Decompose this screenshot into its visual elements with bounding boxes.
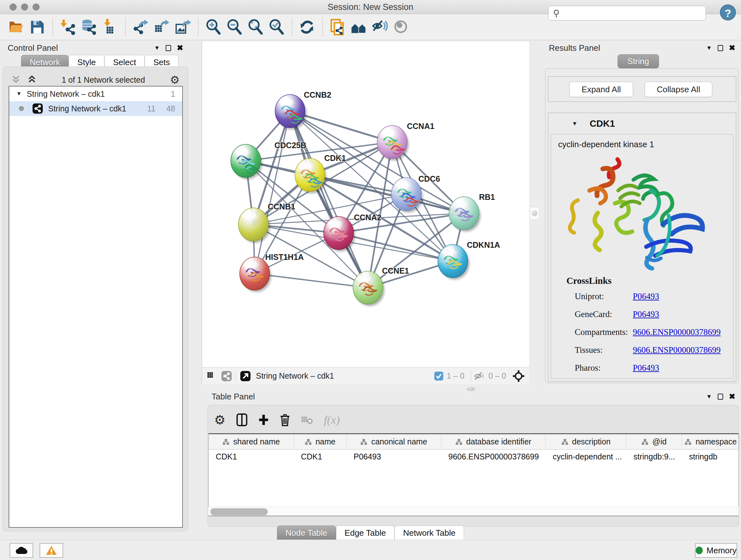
export-table-icon xyxy=(153,19,170,36)
crosslink-label: Compartments: xyxy=(575,327,633,337)
clone-network-button[interactable] xyxy=(327,17,348,38)
table-row[interactable]: CDK1CDK1P064939606.ENSP00000378699cyclin… xyxy=(209,449,738,464)
zoom-out-button[interactable] xyxy=(224,17,245,38)
open-file-button[interactable] xyxy=(6,17,27,38)
network-edge-count: 48 xyxy=(166,104,175,113)
grid-view-icon[interactable] xyxy=(206,371,217,381)
network-canvas[interactable]: CCNB2CCNA1CDC25BCDK1CDC6RB1CCNB1CCNA2CDK… xyxy=(202,42,529,367)
crosslink-value-link[interactable]: P06493 xyxy=(633,363,659,373)
network-collection-row[interactable]: ▼ String Network – cdk1 1 xyxy=(9,86,182,101)
results-panel-float-icon[interactable] xyxy=(718,45,723,51)
delete-column-icon[interactable] xyxy=(280,414,290,426)
network-node-cdkn1a[interactable] xyxy=(438,245,468,278)
network-options-gear-icon[interactable]: ⚙ xyxy=(170,73,180,86)
crosslink-value-link[interactable]: P06493 xyxy=(633,292,659,301)
cdk1-entry-header[interactable]: ▼ CDK1 xyxy=(548,113,736,134)
save-session-button[interactable] xyxy=(27,17,48,38)
column-header-id[interactable]: @id xyxy=(626,434,682,449)
vertical-splitter[interactable] xyxy=(529,42,543,384)
tab-edge-table[interactable]: Edge Table xyxy=(336,525,395,540)
scrollbar-thumb[interactable] xyxy=(210,508,268,515)
show-all-button[interactable] xyxy=(391,17,412,38)
table-horizontal-scrollbar[interactable] xyxy=(208,507,739,516)
column-header-namespace[interactable]: namespace xyxy=(682,434,740,449)
export-image-button[interactable] xyxy=(172,17,193,38)
memory-button[interactable]: Memory xyxy=(695,543,737,558)
table-panel-header: Table Panel ▼ ✖ xyxy=(206,390,741,403)
control-panel-close-icon[interactable]: ✖ xyxy=(177,44,183,52)
column-header-name[interactable]: name xyxy=(294,434,347,449)
add-column-icon[interactable] xyxy=(258,414,269,426)
zoom-fit-icon xyxy=(247,19,264,36)
crosslink-value-link[interactable]: 9606.ENSP00000378699 xyxy=(633,327,721,337)
tab-node-table[interactable]: Node Table xyxy=(277,525,336,540)
network-node-ccna2[interactable] xyxy=(324,216,354,250)
results-panel-string-tab[interactable]: String xyxy=(617,54,659,68)
tab-network-table[interactable]: Network Table xyxy=(394,525,464,540)
network-collection-count: 1 xyxy=(171,89,175,99)
crosslink-value-link[interactable]: 9606.ENSP00000378699 xyxy=(633,345,721,355)
network-share-icon[interactable] xyxy=(221,371,232,381)
collapse-all-networks-icon[interactable] xyxy=(11,74,21,85)
fit-selected-crosshair-icon[interactable] xyxy=(513,370,525,382)
import-table-button[interactable] xyxy=(99,17,121,38)
network-node-ccna1[interactable] xyxy=(377,125,407,159)
import-network-button[interactable] xyxy=(57,17,78,38)
zoom-out-icon xyxy=(226,19,243,36)
export-network-button[interactable] xyxy=(130,17,151,38)
hide-selected-button[interactable] xyxy=(369,17,391,38)
network-node-cdk1[interactable] xyxy=(295,159,325,192)
zoom-in-button[interactable] xyxy=(203,17,224,38)
group-nodes-button[interactable] xyxy=(348,17,369,38)
tree-expand-icon[interactable]: ▼ xyxy=(16,91,22,97)
crosslink-value-link[interactable]: P06493 xyxy=(633,309,659,319)
table-panel-collapse-icon[interactable]: ▼ xyxy=(706,393,712,400)
column-header-description[interactable]: description xyxy=(546,434,626,449)
column-header-databaseidentifier[interactable]: database identifier xyxy=(441,434,546,449)
network-node-hist1h1a[interactable] xyxy=(240,257,270,290)
network-node-ccnb2[interactable] xyxy=(275,95,305,128)
network-node-ccne1[interactable] xyxy=(353,271,383,304)
expand-all-button[interactable]: Expand All xyxy=(569,82,633,97)
window-minimize-button[interactable] xyxy=(21,3,28,10)
table-settings-gear-icon[interactable]: ⚙ xyxy=(214,413,226,427)
column-header-sharedname[interactable]: shared name xyxy=(209,434,294,449)
network-node-ccnb1[interactable] xyxy=(239,208,268,241)
open-network-external-icon[interactable] xyxy=(240,371,251,381)
import-network-icon xyxy=(60,19,76,36)
network-node-cdc25b[interactable] xyxy=(231,144,261,178)
network-node-cdc6[interactable] xyxy=(391,178,421,211)
table-panel-close-icon[interactable]: ✖ xyxy=(729,392,735,401)
node-label-cdk1: CDK1 xyxy=(324,153,346,163)
control-panel-float-icon[interactable] xyxy=(165,45,171,51)
network-node-rb1[interactable] xyxy=(449,197,479,230)
window-zoom-button[interactable] xyxy=(32,3,40,10)
window-close-button[interactable] xyxy=(10,3,17,10)
results-panel-close-icon[interactable]: ✖ xyxy=(729,44,735,52)
network-edge[interactable] xyxy=(255,111,290,273)
export-table-button[interactable] xyxy=(151,17,172,38)
open-file-icon xyxy=(8,19,24,36)
show-columns-icon[interactable] xyxy=(237,414,247,426)
zoom-selected-button[interactable] xyxy=(266,17,287,38)
collapse-all-button[interactable]: Collapse All xyxy=(645,82,712,97)
selected-checkbox-icon[interactable] xyxy=(434,371,444,381)
help-button[interactable]: ? xyxy=(720,4,736,20)
control-panel: 1 of 1 Network selected ⚙ ▼ String Netwo… xyxy=(3,66,188,531)
control-panel-collapse-icon[interactable]: ▼ xyxy=(154,45,160,51)
refresh-layout-button[interactable] xyxy=(297,17,318,38)
network-edge[interactable] xyxy=(255,273,368,288)
network-row-selected[interactable]: String Network – cdk1 11 48 xyxy=(9,101,182,116)
warning-button[interactable] xyxy=(40,543,63,558)
group-nodes-icon xyxy=(351,19,367,36)
search-input[interactable] xyxy=(563,7,705,19)
search-box[interactable]: ⚲ xyxy=(548,6,706,20)
entry-collapse-icon[interactable]: ▼ xyxy=(572,120,578,127)
column-header-canonicalname[interactable]: canonical name xyxy=(347,434,441,449)
import-database-button[interactable] xyxy=(78,17,99,38)
cloud-status-button[interactable] xyxy=(10,543,33,558)
results-panel-collapse-icon[interactable]: ▼ xyxy=(706,45,712,51)
expand-all-networks-icon[interactable] xyxy=(27,74,37,85)
table-panel-float-icon[interactable] xyxy=(718,394,723,400)
zoom-fit-button[interactable] xyxy=(245,17,266,38)
